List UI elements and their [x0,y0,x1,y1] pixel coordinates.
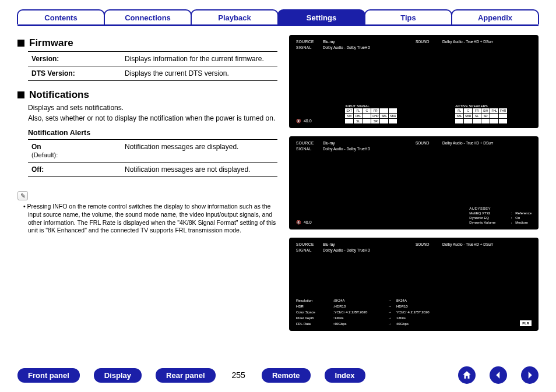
notifications-heading-text: Notifications [29,89,89,101]
alerts-on-key: On (Default): [28,140,121,163]
osd-audyssey-block: AUDYSSEY MultEQ XT32:Reference Dynamic E… [469,206,532,225]
left-column: Firmware Version: Displays information f… [17,35,277,331]
grid-cell: FR [371,108,379,113]
square-bullet-icon [17,91,24,98]
grid-cell [499,119,507,123]
alerts-off-key: Off: [28,163,121,177]
note-text: Pressing INFO on the remote control swit… [20,203,277,235]
grid-cell [455,119,463,123]
alerts-on-sub: (Default): [31,151,58,158]
grid-cell: EXT [345,108,353,113]
grid-cell: SBR [464,114,472,118]
osd-video-info: Resolution:8K24A→8K24A HDR:HDR10→HDR10 C… [296,298,449,326]
grid-cell: SW [481,108,490,113]
vid-b: HDR10 [396,304,449,309]
aud-v1: On [515,216,520,220]
firmware-heading-text: Firmware [29,37,73,49]
home-icon[interactable] [458,366,476,384]
osd-signal-value: Dolby Audio - Dolby TrueHD [323,45,532,51]
osd-signal-label: SIGNAL [296,147,319,152]
firmware-table: Version: Displays information for the cu… [28,51,277,81]
osd-panel-audyssey: SOURCE Blu-ray SOUND Dolby Audio - TrueH… [289,136,539,229]
osd-source-label: SOURCE [296,141,319,146]
notification-alerts-heading: Notification Alerts [28,129,277,137]
osd-source-label: SOURCE [296,40,319,45]
osd-volume: 40.0 [296,118,312,123]
osd-signal-label: SIGNAL [296,248,319,253]
osd-active-speakers-block: ACTIVE SPEAKERS FL C FR SW FHL FHR SBL S… [455,104,507,123]
vid-b: 8K24A [396,298,449,303]
tab-settings[interactable]: Settings [277,9,365,24]
tab-contents[interactable]: Contents [17,9,105,24]
vid-k: Pixel Depth [296,316,331,320]
grid-cell [380,119,388,123]
grid-cell: FHL [354,114,362,118]
display-button[interactable]: Display [94,368,142,383]
index-button[interactable]: Index [325,368,365,383]
aud-k0: MultEQ XT32 [469,211,507,216]
osd-sound-value: Dolby Audio - TrueHD + DSurr [442,242,532,248]
tab-connections[interactable]: Connections [104,9,192,24]
rear-panel-button[interactable]: Rear panel [156,368,215,383]
vid-k: HDR [296,304,331,309]
prev-page-icon[interactable] [490,366,507,384]
aud-v2: Medium [515,220,527,225]
osd-sound-value: Dolby Audio - TrueHD + DSurr [442,141,532,146]
osd-source-value: Blu-ray [323,242,412,248]
grid-cell: FHR [499,108,507,113]
tab-tips[interactable]: Tips [364,9,452,24]
firmware-version-key: Version: [28,52,121,66]
front-panel-button[interactable]: Front panel [17,368,80,383]
osd-source-value: Blu-ray [323,40,412,45]
tab-playback[interactable]: Playback [191,9,279,24]
grid-cell: SL [354,119,362,123]
grid-cell: FL [354,108,362,113]
grid-cell [473,119,481,123]
osd-audyssey-label: AUDYSSEY [469,206,507,211]
grid-cell [389,108,397,113]
firmware-dts-key: DTS Version: [28,66,121,81]
firmware-version-desc: Displays information for the current fir… [121,52,277,66]
next-page-icon[interactable] [521,366,539,384]
grid-cell: SR [371,119,379,123]
grid-cell [490,114,498,118]
osd-sound-value: Dolby Audio - TrueHD + DSurr [442,40,532,45]
grid-cell: SL [473,114,481,118]
grid-cell [490,119,498,123]
osd-panel-video: SOURCE Blu-ray SOUND Dolby Audio - TrueH… [289,238,539,331]
page-number: 255 [230,370,248,380]
alerts-off-desc: Notification messages are not displayed. [121,163,277,177]
vid-b: 40Gbps [396,322,449,326]
grid-cell: SR [481,114,490,118]
osd-volume: 40.0 [296,220,312,225]
grid-cell: C [464,108,472,113]
grid-cell [464,119,472,123]
grid-cell: FL [455,108,463,113]
grid-cell [363,114,371,118]
vid-k: FRL Rate [296,322,331,326]
footer-bar: Front panel Display Rear panel 255 Remot… [17,366,539,384]
grid-cell: SBL [455,114,463,118]
remote-button[interactable]: Remote [262,368,311,383]
osd-input-signal-grid: EXT FL C FR SW FHL FHR SBL SBR SL [345,108,397,123]
tab-underline [17,24,539,26]
table-row: Version: Displays information for the cu… [28,52,277,66]
vid-k: Resolution [296,298,331,303]
grid-cell: SBL [380,114,388,118]
right-column: SOURCE Blu-ray SOUND Dolby Audio - TrueH… [289,35,539,331]
grid-cell: SBR [389,114,397,118]
aud-k2: Dynamic Volume [469,220,507,225]
grid-cell [363,119,371,123]
aud-k1: Dynamic EQ [469,216,507,220]
osd-input-signal-block: INPUT SIGNAL EXT FL C FR SW FHL FHR SBL … [345,104,397,123]
grid-cell: C [363,108,371,113]
osd-sound-label: SOUND [416,242,439,248]
osd-active-speakers-label: ACTIVE SPEAKERS [455,104,507,108]
osd-source-value: Blu-ray [323,141,412,146]
firmware-dts-desc: Displays the current DTS version. [121,66,277,81]
osd-flr-badge: FLR [520,320,532,326]
notification-alerts-table: On (Default): Notification messages are … [28,139,277,177]
osd-panel-speakers: SOURCE Blu-ray SOUND Dolby Audio - TrueH… [289,35,539,128]
tab-appendix[interactable]: Appendix [451,9,539,24]
grid-cell: FHL [490,108,498,113]
